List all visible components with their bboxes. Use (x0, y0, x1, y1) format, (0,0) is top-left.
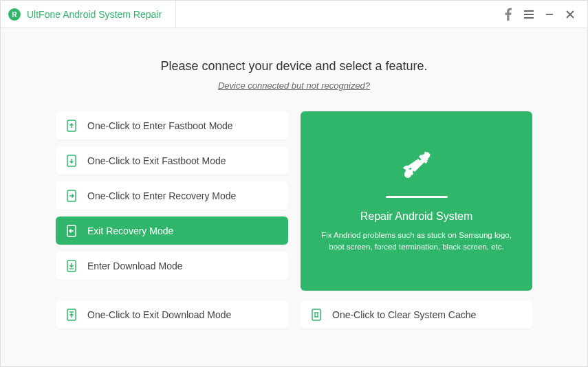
not-recognized-link[interactable]: Device connected but not recognized? (218, 80, 370, 91)
app-title: UltFone Android System Repair (27, 9, 162, 20)
phone-left-icon (65, 225, 78, 237)
option-label: Enter Download Mode (87, 260, 183, 271)
right-column: Repair Android System Fix Andriod proble… (301, 111, 532, 329)
options-grid: One-Click to Enter Fastboot Mode One-Cli… (56, 111, 532, 329)
phone-down-icon (65, 155, 78, 167)
minimize-button[interactable] (539, 1, 560, 28)
titlebar-divider (175, 1, 176, 28)
option-label: One-Click to Exit Download Mode (87, 309, 231, 320)
facebook-icon[interactable] (498, 1, 519, 28)
clear-cache-button[interactable]: One-Click to Clear System Cache (301, 300, 532, 329)
option-label: One-Click to Exit Fastboot Mode (87, 155, 226, 166)
enter-fastboot-button[interactable]: One-Click to Enter Fastboot Mode (56, 111, 288, 140)
repair-card-title: Repair Android System (360, 210, 473, 223)
app-logo-icon: R (8, 8, 21, 21)
option-label: One-Click to Clear System Cache (332, 309, 476, 320)
main-content: Please connect your device and select a … (1, 28, 587, 366)
enter-recovery-button[interactable]: One-Click to Enter Recovery Mode (56, 181, 288, 210)
option-label: One-Click to Enter Recovery Mode (87, 190, 236, 201)
tools-icon (400, 149, 433, 185)
repair-android-card[interactable]: Repair Android System Fix Andriod proble… (301, 111, 532, 291)
exit-recovery-button[interactable]: Exit Recovery Mode (56, 216, 288, 245)
close-button[interactable] (560, 1, 580, 28)
card-divider (386, 196, 448, 198)
titlebar: R UltFone Android System Repair (1, 1, 587, 28)
app-window: R UltFone Android System Repair Please c… (0, 0, 588, 367)
phone-right-icon (65, 190, 78, 202)
upload-icon (65, 309, 78, 321)
left-column: One-Click to Enter Fastboot Mode One-Cli… (56, 111, 288, 329)
option-label: One-Click to Enter Fastboot Mode (87, 120, 233, 131)
page-heading: Please connect your device and select a … (160, 59, 427, 74)
trash-icon (310, 309, 323, 321)
option-label: Exit Recovery Mode (87, 225, 173, 236)
phone-up-icon (65, 120, 78, 132)
row-gap (56, 287, 288, 293)
exit-download-button[interactable]: One-Click to Exit Download Mode (56, 300, 288, 329)
download-icon (65, 260, 78, 272)
enter-download-button[interactable]: Enter Download Mode (56, 252, 288, 280)
svg-text:R: R (12, 11, 17, 19)
exit-fastboot-button[interactable]: One-Click to Exit Fastboot Mode (56, 146, 288, 175)
repair-card-desc: Fix Andriod problems such as stuck on Sa… (317, 230, 516, 254)
window-controls (498, 1, 580, 28)
svg-rect-14 (312, 309, 320, 320)
menu-icon[interactable] (519, 1, 539, 28)
